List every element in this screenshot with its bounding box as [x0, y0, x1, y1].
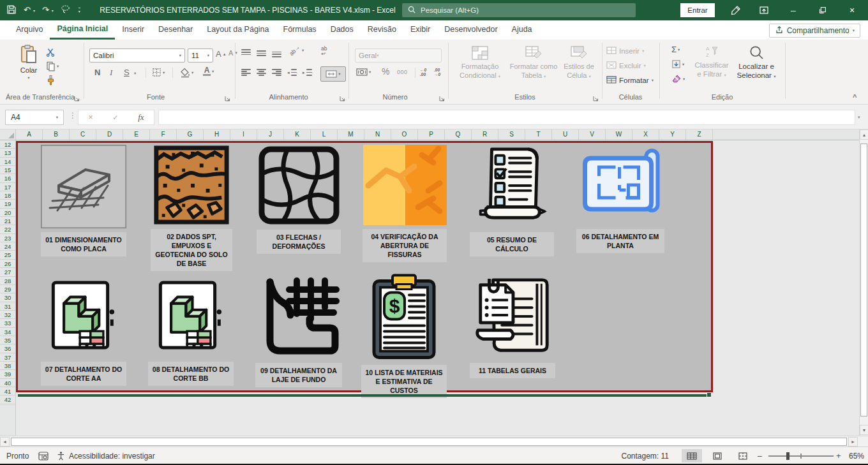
column-header-K[interactable]: K	[284, 129, 311, 140]
soil-layers-icon[interactable]	[153, 145, 230, 225]
sign-in-button[interactable]: Entrar	[680, 3, 715, 17]
deformation-mesh-icon[interactable]	[257, 145, 341, 226]
tile-02[interactable]: 02 DADOS SPT, EMPUXOS E GEOTECNIA DO SOL…	[151, 145, 232, 271]
wrap-text-icon[interactable]: ab↩	[321, 46, 327, 56]
column-header-V[interactable]: V	[579, 129, 606, 140]
tab-arquivo[interactable]: Arquivo	[9, 20, 50, 40]
zoom-slider-handle[interactable]	[786, 452, 789, 460]
tile-10[interactable]: $10 LISTA DE MATERIAIS E ESTIMATIVA DE C…	[361, 273, 447, 398]
row-header-16[interactable]: 16	[0, 174, 15, 182]
font-color-icon[interactable]: A▾	[203, 67, 214, 76]
row-header-37[interactable]: 37	[0, 353, 15, 362]
accounting-format-icon[interactable]: ▾	[356, 68, 371, 77]
column-header-W[interactable]: W	[606, 129, 632, 140]
row-header-38[interactable]: 38	[0, 362, 15, 370]
row-header-40[interactable]: 40	[0, 379, 15, 387]
tile-06[interactable]: 06 DETALHAMENTO EM PLANTA	[576, 145, 664, 253]
row-header-14[interactable]: 14	[0, 158, 15, 166]
column-header-Z[interactable]: Z	[686, 129, 713, 140]
column-header-A[interactable]: A	[16, 129, 43, 140]
number-format-combo[interactable]: Geral▾	[355, 48, 442, 63]
tab-pagina-inicial[interactable]: Página Inicial	[50, 20, 115, 40]
copy-button[interactable]: ▾	[46, 61, 59, 71]
bold-button[interactable]: N	[94, 68, 100, 77]
page-break-view-button[interactable]	[733, 449, 753, 462]
align-left-icon[interactable]	[241, 69, 251, 76]
align-bottom-icon[interactable]	[272, 49, 281, 57]
alignment-dialog-launcher-icon[interactable]	[340, 94, 345, 100]
row-header-17[interactable]: 17	[0, 183, 15, 191]
concrete-slab-icon[interactable]	[41, 145, 126, 228]
column-header-M[interactable]: M	[338, 129, 364, 140]
borders-dropdown-icon[interactable]: ▾	[163, 70, 165, 75]
row-header-12[interactable]: 12	[0, 140, 15, 149]
fill-dropdown-icon[interactable]: ▾	[682, 62, 684, 67]
merge-center-dropdown-icon[interactable]: ▾	[338, 71, 340, 77]
find-select-button[interactable]: Localizar eSelecionar ▾	[734, 45, 779, 81]
minimize-button[interactable]: –	[784, 0, 803, 20]
tile-07[interactable]: 07 DETALHAMENTO DO CORTE AA	[41, 273, 126, 386]
row-header-22[interactable]: 22	[0, 225, 15, 233]
vertical-scrollbar[interactable]: ▲ ▼	[859, 129, 868, 436]
fill-color-dropdown-icon[interactable]: ▾	[191, 70, 193, 75]
checklist-icon[interactable]	[470, 144, 553, 228]
row-header-27[interactable]: 27	[0, 268, 15, 276]
copy-dropdown-icon[interactable]: ▾	[57, 64, 59, 69]
bottom-slab-icon[interactable]	[257, 274, 341, 359]
row-header-28[interactable]: 28	[0, 277, 15, 285]
formula-input[interactable]	[158, 110, 855, 125]
restore-button[interactable]	[813, 0, 832, 20]
tables-stack-icon[interactable]	[470, 274, 555, 359]
tile-05[interactable]: 05 RESUMO DE CÁLCULO	[470, 144, 554, 256]
row-header-42[interactable]: 42	[0, 395, 15, 404]
accessibility-icon[interactable]	[56, 447, 66, 464]
increase-indent-icon[interactable]: ▸	[303, 69, 312, 76]
row-header-24[interactable]: 24	[0, 242, 15, 251]
customize-qat-icon[interactable]: ▾	[79, 8, 80, 13]
column-header-C[interactable]: C	[70, 129, 96, 140]
share-button[interactable]: Compartilhamento ▾	[769, 24, 860, 38]
scroll-right-icon[interactable]: ►	[848, 437, 858, 447]
scroll-up-icon[interactable]: ▲	[860, 129, 868, 140]
column-header-N[interactable]: N	[364, 129, 391, 140]
percent-style-button[interactable]: %	[382, 66, 389, 77]
row-header-20[interactable]: 20	[0, 209, 15, 217]
search-box[interactable]: Pesquisar (Alt+G)	[402, 3, 636, 17]
column-header-B[interactable]: B	[43, 129, 70, 140]
name-box-dropdown-icon[interactable]: ▾	[56, 115, 58, 120]
macro-record-icon[interactable]	[38, 447, 49, 464]
column-header-L[interactable]: L	[311, 129, 338, 140]
horizontal-scroll-thumb[interactable]	[11, 438, 847, 446]
name-box[interactable]: A4▾	[5, 110, 64, 125]
sort-filter-button[interactable]: AZ Classificare Filtrar ▾	[692, 45, 731, 80]
row-header-31[interactable]: 31	[0, 302, 15, 311]
column-header-D[interactable]: D	[96, 129, 123, 140]
delete-cells-button[interactable]: Excluir▾	[606, 61, 646, 71]
cell-styles-button[interactable]: Estilos deCélula ▾	[558, 46, 600, 81]
comma-style-button[interactable]: 000	[397, 69, 408, 75]
horizontal-scrollbar[interactable]: ◄ ►	[0, 436, 868, 447]
tab-ajuda[interactable]: Ajuda	[505, 20, 539, 40]
tab-desenhar[interactable]: Desenhar	[151, 20, 200, 40]
column-header-J[interactable]: J	[257, 129, 284, 140]
align-right-icon[interactable]	[272, 69, 281, 76]
fill-button[interactable]: ▾	[671, 59, 684, 69]
orientation-dropdown-icon[interactable]: ▾	[302, 48, 304, 53]
row-header-26[interactable]: 26	[0, 260, 15, 268]
row-header-25[interactable]: 25	[0, 251, 15, 259]
row-header-41[interactable]: 41	[0, 387, 15, 395]
zoom-out-icon[interactable]: −	[757, 447, 762, 464]
decrease-font-icon[interactable]: A▼	[228, 49, 238, 57]
row-header-29[interactable]: 29	[0, 285, 15, 293]
row-header-34[interactable]: 34	[0, 328, 15, 336]
cost-list-icon[interactable]: $	[371, 273, 437, 361]
font-size-combo[interactable]: 11▾	[188, 48, 213, 63]
column-header-U[interactable]: U	[552, 129, 579, 140]
section-cut-icon[interactable]	[48, 273, 119, 358]
ink-pen-icon[interactable]	[726, 0, 745, 20]
merge-center-button[interactable]: ▾	[320, 66, 346, 82]
row-header-35[interactable]: 35	[0, 336, 15, 344]
conditional-formatting-button[interactable]: FormataçãoCondicional ▾	[452, 46, 508, 81]
clear-button[interactable]: ▾	[671, 74, 685, 84]
accounting-dropdown-icon[interactable]: ▾	[369, 70, 371, 75]
